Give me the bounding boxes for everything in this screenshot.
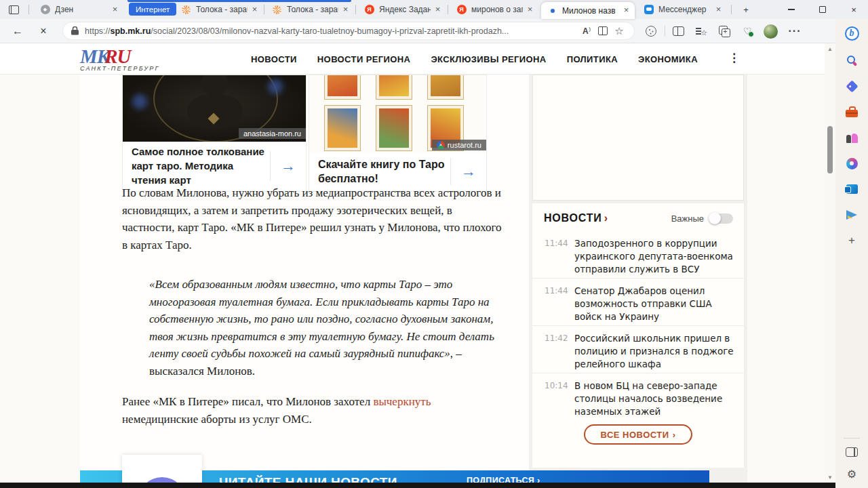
nav-item-ekonomika[interactable]: ЭКОНОМИКА — [638, 54, 698, 64]
back-button[interactable]: ← — [9, 23, 26, 39]
news-time: 11:44 — [545, 239, 568, 248]
ad-arrow-icon[interactable]: → — [450, 158, 486, 185]
news-text: Заподозренного в коррупции украинского д… — [574, 237, 734, 276]
logo-ru: RU — [104, 45, 130, 67]
paper-plane-icon — [846, 210, 857, 220]
news-separator — [532, 278, 744, 279]
nav-item-exclusives[interactable]: ЭКСКЛЮЗИВЫ РЕГИОНА — [431, 54, 546, 64]
sidebar-m365-button[interactable] — [843, 155, 861, 172]
copilot-icon: b — [845, 26, 859, 41]
vertical-tabs-button[interactable] — [6, 3, 21, 16]
sidebar-add-button[interactable]: + — [843, 232, 861, 249]
important-toggle[interactable] — [710, 214, 733, 224]
news-time: 11:42 — [545, 333, 568, 343]
nav-item-novosti-regiona[interactable]: НОВОСТИ РЕГИОНА — [317, 54, 411, 64]
tab-messenger[interactable]: Мессенджер × — [637, 0, 727, 19]
important-filter-label: Важные — [671, 214, 704, 224]
tab-separator — [448, 5, 448, 14]
tab-close-icon[interactable]: × — [621, 5, 631, 16]
all-news-button[interactable]: ВСЕ НОВОСТИ› — [584, 424, 692, 445]
tab-mironov[interactable]: Я миронов о зап × — [450, 0, 538, 19]
stop-button[interactable]: × — [35, 23, 52, 39]
sidebar-outlook-button[interactable] — [843, 180, 861, 198]
tab-separator — [355, 5, 356, 14]
sidebar-search-button[interactable] — [843, 52, 861, 69]
article-link-vycherknut[interactable]: вычеркнуть — [373, 395, 431, 408]
tab-milonov-active[interactable]: Милонов назв × — [541, 2, 635, 19]
collections-icon — [719, 26, 728, 35]
panel-icon — [846, 447, 858, 457]
sidebar-panel-button[interactable] — [843, 443, 861, 461]
chevron-right-icon: › — [604, 212, 608, 224]
collections-button[interactable] — [716, 23, 732, 39]
yandex-favicon: Я — [457, 5, 467, 14]
ad-card-tarot-reading[interactable]: anastasia-mon.ru Самое полное толкование… — [122, 75, 307, 192]
news-widget-title[interactable]: НОВОСТИ› — [544, 212, 608, 224]
tab-close-icon[interactable]: × — [433, 5, 443, 15]
scroll-down-arrow[interactable]: ▼ — [825, 473, 835, 483]
star-icon: ☆ — [614, 25, 623, 37]
toloka-favicon — [182, 5, 191, 14]
scroll-up-arrow[interactable]: ▲ — [825, 45, 835, 54]
sidebar-settings-button[interactable]: ⚙ — [843, 465, 861, 483]
tab-group-label[interactable]: Интернет — [129, 3, 176, 16]
settings-menu-button[interactable]: ··· — [787, 23, 803, 39]
profile-button[interactable] — [762, 23, 778, 39]
sidebar-games-button[interactable] — [843, 129, 861, 146]
news-text: В новом БЦ на северо-западе столицы нача… — [574, 380, 734, 418]
tab-title: Дзен — [55, 5, 108, 14]
tab-title: Толока - зараб — [287, 5, 338, 14]
tab-close-icon[interactable]: × — [713, 5, 724, 15]
window-close-button[interactable]: × — [842, 0, 865, 19]
vertical-tabs-icon — [9, 5, 19, 14]
ad-card-tarot-book[interactable]: ×rustarot.ru Скачайте книгу по Таро бесп… — [309, 75, 487, 192]
tab-toloka-2[interactable]: Толока - зараб × — [266, 0, 354, 19]
minimize-button[interactable] — [780, 0, 803, 19]
ad-arrow-icon[interactable]: → — [270, 151, 306, 181]
tab-toloka-1[interactable]: Толока - зараб × — [175, 0, 263, 19]
page-scrollbar[interactable] — [825, 43, 835, 483]
address-bar[interactable]: https://spb.mk.ru/social/2023/08/03/milo… — [62, 22, 635, 40]
toggle-knob — [709, 212, 721, 224]
news-widget: НОВОСТИ› Важные 11:44 Заподозренного в к… — [532, 203, 744, 468]
essentials-badge — [748, 31, 754, 37]
tab-close-icon[interactable]: × — [340, 5, 351, 15]
yandex-favicon: Я — [365, 5, 374, 14]
new-tab-button[interactable]: + — [736, 0, 755, 19]
tab-close-icon[interactable]: × — [110, 5, 120, 15]
nav-item-novosti[interactable]: НОВОСТИ — [251, 54, 297, 64]
scrollbar-thumb[interactable] — [827, 126, 833, 174]
outlook-icon — [846, 184, 858, 194]
url-scheme: https:// — [85, 26, 111, 36]
restore-button[interactable] — [811, 0, 834, 19]
tab-separator — [28, 5, 29, 14]
read-aloud-button[interactable]: A) — [578, 24, 595, 39]
extensions-icon — [646, 26, 656, 37]
news-time: 11:44 — [545, 286, 568, 296]
extensions-button[interactable] — [643, 23, 659, 39]
sidebar-tools-button[interactable] — [843, 103, 861, 121]
tab-bar: ◆ Дзен × Интернет Толока - зараб × Толок… — [0, 0, 868, 19]
tab-title: Мессенджер — [658, 5, 711, 14]
nav-item-politika[interactable]: ПОЛИТИКА — [567, 54, 618, 64]
tab-dzen[interactable]: ◆ Дзен × — [34, 0, 123, 19]
favorites-bar-icon: ☆ — [696, 26, 707, 36]
favorite-star-button[interactable]: ☆ — [611, 24, 627, 39]
split-screen-button[interactable] — [670, 23, 686, 39]
sidebar-shopping-button[interactable] — [843, 77, 861, 95]
browser-essentials-button[interactable]: ♡ — [739, 23, 755, 39]
mk-logo[interactable]: MKRU САНКТ-ПЕТЕРБУРГ — [80, 45, 160, 72]
sidebar-divider — [844, 438, 860, 439]
tab-yandex-tasks[interactable]: Я Яндекс Задани × — [358, 0, 446, 19]
url-path: /social/2023/08/03/milonov-nazval-karty-… — [151, 26, 509, 36]
favorites-button[interactable]: ☆ — [693, 23, 709, 39]
tab-close-icon[interactable]: × — [250, 5, 260, 15]
sidebar-drop-button[interactable] — [843, 206, 861, 224]
news-time: 10:14 — [545, 381, 568, 390]
dzen-favicon: ◆ — [41, 5, 50, 14]
immersive-reader-button[interactable] — [595, 24, 611, 39]
tab-close-icon[interactable]: × — [525, 5, 535, 15]
site-menu-kebab[interactable]: ⋮ — [728, 51, 740, 65]
logo-subtitle: САНКТ-ПЕТЕРБУРГ — [80, 65, 160, 72]
copilot-button[interactable]: b — [843, 24, 861, 42]
